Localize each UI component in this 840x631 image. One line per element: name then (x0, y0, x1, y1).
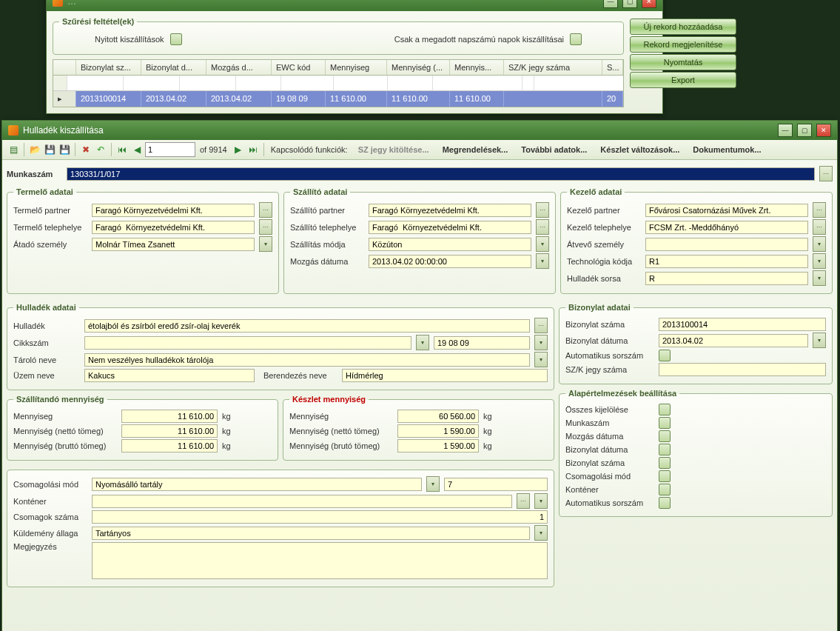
storage-input[interactable] (84, 353, 530, 367)
tech-code-input[interactable] (645, 255, 808, 268)
minimize-button[interactable]: — (778, 124, 793, 137)
default-item-checkbox[interactable] (659, 497, 671, 509)
ewc-input[interactable] (434, 336, 530, 350)
lookup-button[interactable]: ⋯ (259, 219, 272, 235)
lookup-button[interactable]: ⋯ (813, 202, 826, 218)
move-date-input[interactable] (369, 255, 531, 268)
new-icon[interactable]: ▤ (7, 143, 20, 156)
fn-stock[interactable]: Készlet változások... (594, 145, 685, 154)
undo-icon[interactable]: ↶ (94, 143, 107, 156)
pack-count-label: Csomagok száma (13, 513, 87, 521)
open-icon[interactable]: 📂 (28, 143, 41, 156)
waste-input[interactable] (84, 319, 530, 333)
open-deliveries-checkbox[interactable] (170, 33, 182, 45)
dropdown-button[interactable]: ▾ (534, 493, 548, 509)
lookup-button[interactable]: ⋯ (536, 202, 549, 218)
default-item-checkbox[interactable] (659, 430, 671, 442)
new-record-button[interactable]: Új rekord hozzáadása (630, 19, 736, 35)
lookup-button[interactable]: ⋯ (534, 318, 548, 333)
note-textarea[interactable] (92, 542, 548, 579)
fn-more[interactable]: További adatok... (515, 145, 593, 154)
lookup-button[interactable]: ⋯ (813, 219, 826, 235)
producer-partner-input[interactable] (92, 204, 255, 217)
doc-no-input[interactable] (659, 318, 826, 331)
dropdown-button[interactable]: ▾ (813, 236, 826, 252)
consignment-state-input[interactable] (92, 527, 530, 540)
nav-last-icon[interactable]: ⏭ (246, 143, 260, 156)
szk-no-input[interactable] (659, 363, 826, 376)
default-item-checkbox[interactable] (659, 417, 671, 429)
sqty-input[interactable] (397, 410, 479, 423)
carrier-partner-input[interactable] (369, 204, 531, 217)
handover-person-input[interactable] (92, 238, 255, 251)
lookup-button[interactable]: ⋯ (517, 493, 530, 509)
qty-gross-label: Mennyiség (bruttó tömeg) (13, 441, 117, 450)
fn-orders[interactable]: Megrendelések... (437, 145, 514, 154)
transport-mode-input[interactable] (369, 238, 531, 251)
default-item-checkbox[interactable] (659, 470, 671, 482)
sqty-gross-input[interactable] (397, 439, 479, 453)
default-item-checkbox[interactable] (659, 444, 671, 455)
print-button[interactable]: Nyomtatás (630, 54, 736, 70)
equipment-input[interactable] (342, 369, 548, 382)
carrier-partner-label: Szállító partner (290, 206, 364, 215)
unit-label: kg (483, 441, 492, 450)
dropdown-button[interactable]: ▾ (534, 335, 548, 350)
producer-site-input[interactable] (92, 221, 255, 234)
item-no-input[interactable] (84, 336, 411, 350)
maximize-button[interactable]: ▢ (797, 124, 812, 137)
dropdown-button[interactable]: ▾ (536, 253, 549, 269)
dropdown-button[interactable]: ▾ (536, 236, 549, 252)
sqty-net-input[interactable] (397, 424, 479, 438)
fn-szjegy[interactable]: SZ jegy kitöltése... (352, 145, 435, 154)
lookup-button[interactable]: ⋯ (536, 219, 549, 235)
list-titlebar: … — ▢ ✕ (47, 0, 662, 11)
carrier-site-input[interactable] (369, 221, 531, 234)
default-item-checkbox[interactable] (659, 484, 671, 495)
default-item-checkbox[interactable] (659, 457, 671, 469)
days-filter-checkbox[interactable] (570, 33, 582, 45)
fn-docs[interactable]: Dokumentumok... (687, 145, 767, 154)
page-current-input[interactable] (145, 142, 195, 157)
nav-prev-icon[interactable]: ◀ (130, 143, 144, 156)
auto-seq-checkbox[interactable] (659, 350, 671, 361)
minimize-button[interactable]: — (603, 0, 618, 8)
maximize-button[interactable]: ▢ (622, 0, 637, 8)
dropdown-button[interactable]: ▾ (426, 476, 440, 492)
qty-net-input[interactable] (121, 424, 218, 438)
records-grid[interactable]: Bizonylat sz...Bizonylat d...Mozgás d...… (53, 59, 624, 107)
show-record-button[interactable]: Rekord megjelenítése (630, 36, 736, 53)
plant-input[interactable] (84, 369, 255, 382)
export-button[interactable]: Export (630, 72, 736, 88)
detail-titlebar: Hulladék kiszállítása — ▢ ✕ (2, 121, 837, 140)
delete-icon[interactable]: ✖ (79, 143, 93, 156)
dropdown-button[interactable]: ▾ (813, 253, 826, 269)
packaging-input[interactable] (92, 478, 422, 491)
nav-next-icon[interactable]: ▶ (232, 143, 245, 156)
dropdown-button[interactable]: ▾ (813, 270, 826, 286)
doc-date-input[interactable] (659, 334, 808, 347)
receiver-person-input[interactable] (645, 238, 808, 251)
waste-fate-input[interactable] (645, 272, 808, 285)
lookup-button[interactable]: ⋯ (259, 202, 272, 218)
dropdown-button[interactable]: ▾ (259, 236, 272, 252)
saveall-icon[interactable]: 💾 (58, 143, 71, 156)
default-item-checkbox[interactable] (659, 404, 671, 415)
qty-gross-input[interactable] (121, 439, 218, 453)
pack-count-input[interactable] (92, 510, 548, 524)
dropdown-button[interactable]: ▾ (813, 333, 826, 348)
dropdown-button[interactable]: ▾ (416, 335, 429, 350)
dropdown-button[interactable]: ▾ (534, 525, 548, 541)
save-icon[interactable]: 💾 (43, 143, 56, 156)
dropdown-button[interactable]: ▾ (534, 352, 548, 367)
munkaszam-input[interactable] (67, 167, 815, 181)
packaging-num-input[interactable] (444, 478, 548, 491)
container-input[interactable] (92, 495, 512, 508)
close-button[interactable]: ✕ (642, 0, 656, 8)
qty-input[interactable] (121, 410, 218, 423)
nav-first-icon[interactable]: ⏮ (115, 143, 129, 156)
munkaszam-lookup-button[interactable]: ⋯ (819, 166, 833, 181)
handler-site-input[interactable] (645, 221, 808, 234)
handler-partner-input[interactable] (645, 204, 808, 217)
close-button[interactable]: ✕ (816, 124, 831, 137)
